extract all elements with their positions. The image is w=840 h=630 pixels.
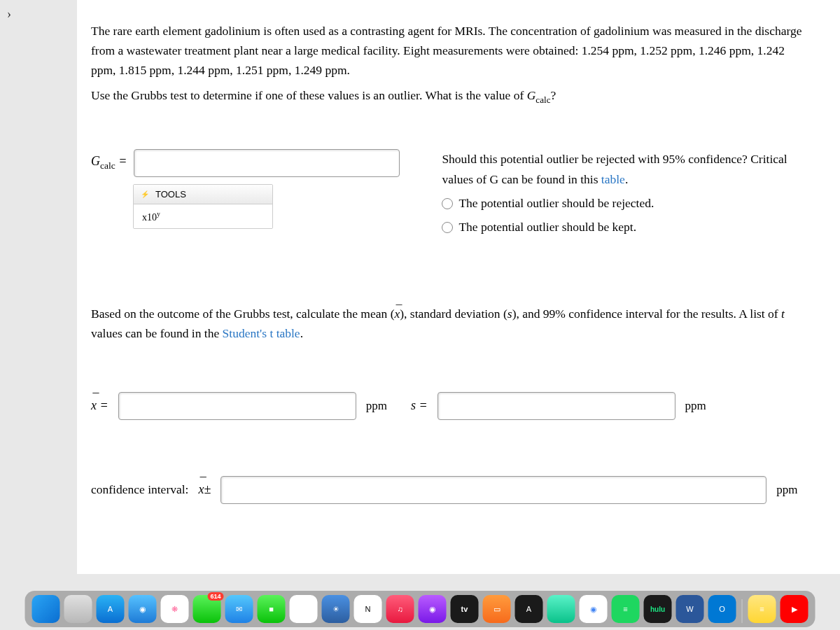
dock-translate[interactable]: A [515,595,543,623]
dock-music[interactable]: ♫ [386,595,414,623]
problem-paragraph-2: Use the Grubbs test to determine if one … [91,85,812,107]
dock-tv[interactable]: tv [451,595,479,623]
table-link[interactable]: table [601,172,625,186]
sd-input[interactable] [438,392,676,420]
ci-xbar: x [198,482,204,496]
problem-paragraph-1: The rare earth element gadolinium is oft… [91,21,812,80]
tools-x10y[interactable]: x10y [134,204,272,229]
t-symbol: t [781,307,785,321]
dock-finder[interactable] [32,595,60,623]
mean-sd-row: x = ppm s = ppm [91,392,812,420]
radio-circle-icon [442,198,453,209]
dock-messages[interactable]: 614 [193,595,221,623]
tools-header[interactable]: TOOLS [134,185,272,204]
xbar-equals: = [97,398,108,412]
gcalc-left-column: Gcalc = TOOLS x10y [91,149,400,241]
dock-launchpad[interactable] [64,595,92,623]
sd-unit: ppm [685,399,706,413]
s2-text-d: values can be found in the [91,326,223,340]
dock-word[interactable]: W [676,595,704,623]
gcalc-section: Gcalc = TOOLS x10y Should this potential… [91,149,812,241]
gcalc-input-row: Gcalc = [91,149,400,177]
gcalc-sub: calc [100,160,115,171]
mean-unit: ppm [366,399,387,413]
tools-x10-sup: y [157,210,160,218]
radio-circle-icon [442,222,453,233]
gcalc-g: G [91,154,100,168]
xbar-symbol: x [394,307,400,321]
dock-separator [742,599,743,623]
tools-x10-text: x10 [142,211,157,222]
s-s: s [411,398,416,412]
radio-reject-label: The potential outlier should be rejected… [458,193,654,214]
dock-photos[interactable]: ❋ [161,595,189,623]
outlier-q-end: . [625,172,628,186]
s-symbol: s [507,307,512,321]
gcalc-equals: = [115,154,127,168]
s2-text-b: ), standard deviation ( [400,307,507,321]
s-equals: = [416,398,428,412]
radio-keep-label: The potential outlier should be kept. [458,217,636,238]
dock-facetime[interactable]: ■ [258,595,286,623]
dock-badge: 614 [207,592,223,601]
dock-weather[interactable]: ☀ [322,595,350,623]
dock-notion[interactable]: N [354,595,382,623]
ci-label: confidence interval: [91,482,188,497]
dock-chrome[interactable]: ◉ [580,595,608,623]
xbar-label: x = [91,398,108,413]
gcalc-subscript: calc [536,94,550,105]
gcalc-label: Gcalc = [91,154,127,172]
dock-books[interactable]: ▭ [483,595,511,623]
outlier-radio-group: The potential outlier should be rejected… [442,193,812,238]
gcalc-input[interactable] [134,149,400,177]
outlier-g-symbol: G [489,172,498,186]
section-two: Based on the outcome of the Grubbs test,… [91,304,812,504]
dock-podcasts[interactable]: ◉ [419,595,447,623]
ci-input[interactable] [220,476,766,504]
tools-panel: TOOLS x10y [133,184,273,230]
ci-symbol: x± [198,482,211,497]
confidence-interval-row: confidence interval: x± ppm [91,476,812,504]
macos-dock: A◉❋614✉■▦☀N♫◉tv▭A◉≡huluWO≡▶ [25,591,816,627]
question-mark: ? [550,88,556,102]
gcalc-symbol: G [527,88,536,102]
problem-text-fragment: Use the Grubbs test to determine if one … [91,88,527,102]
students-t-table-link[interactable]: Student's t table [223,326,300,340]
dock-youtube[interactable]: ▶ [780,595,808,623]
dock-outlook[interactable]: O [708,595,736,623]
s2-text-c: ), and 99% confidence interval for the r… [512,307,781,321]
s2-text-end: . [300,326,303,340]
dock-mail[interactable]: ✉ [225,595,253,623]
s2-text-a: Based on the outcome of the Grubbs test,… [91,307,394,321]
xbar-x: x [91,398,97,412]
outlier-question: Should this potential outlier be rejecte… [442,149,812,241]
dock-numbers[interactable]: ▦ [290,595,318,623]
radio-keep[interactable]: The potential outlier should be kept. [442,217,812,238]
problem-content: The rare earth element gadolinium is oft… [77,0,840,574]
dock-appstore[interactable]: A [97,595,125,623]
radio-reject[interactable]: The potential outlier should be rejected… [442,193,812,214]
dock-freeform[interactable] [547,595,575,623]
mean-input[interactable] [118,392,356,420]
back-chevron-icon[interactable]: › [7,7,11,22]
outlier-q-text-b: can be found in this [498,172,601,186]
dock-spotify[interactable]: ≡ [612,595,640,623]
section-two-text: Based on the outcome of the Grubbs test,… [91,304,812,343]
dock-notes[interactable]: ≡ [748,595,776,623]
dock-safari[interactable]: ◉ [129,595,157,623]
ci-unit: ppm [776,483,797,497]
s-label: s = [411,398,428,413]
dock-hulu[interactable]: hulu [644,595,672,623]
